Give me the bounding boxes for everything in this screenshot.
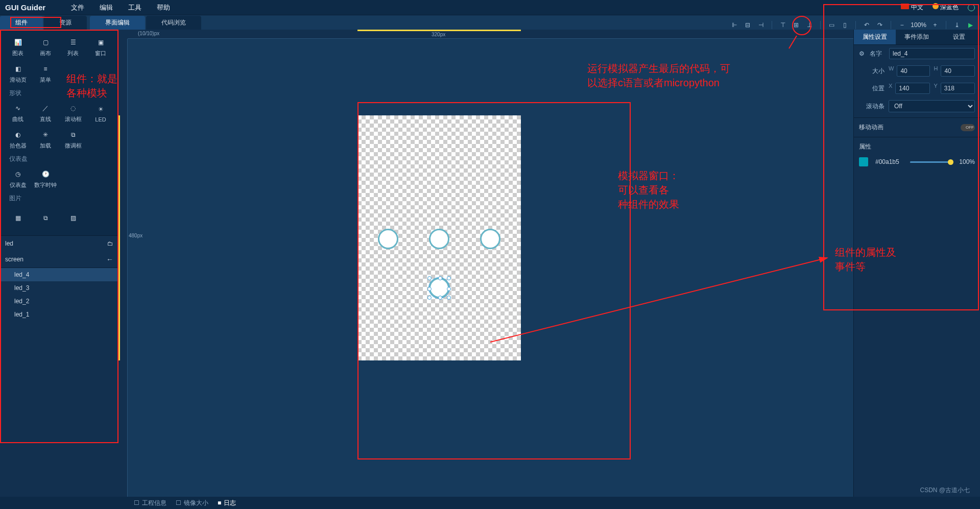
- ruler-coord: (10/10)px: [138, 31, 159, 36]
- prop-y-input[interactable]: [941, 83, 975, 94]
- tree-item-led2[interactable]: led_2: [0, 295, 118, 308]
- hierarchy-tree: led 🗀 screen ← led_4 led_3 led_2 led_1: [0, 235, 118, 497]
- widget-loading[interactable]: ✳加载: [32, 126, 59, 153]
- images-icon: ⧉: [40, 212, 51, 224]
- widget-led[interactable]: ☀LED: [87, 100, 114, 126]
- watermark: CSDN @古道小七: [920, 486, 970, 495]
- slidepage-icon: ◧: [12, 63, 23, 75]
- prop-width-input[interactable]: [897, 65, 929, 77]
- folder-icon: 🗀: [107, 240, 113, 247]
- spinbox-icon: ⧉: [67, 129, 79, 140]
- widget-image1[interactable]: ▦: [4, 205, 32, 231]
- globe-icon[interactable]: [968, 4, 975, 11]
- design-surface[interactable]: [357, 115, 521, 360]
- opacity-slider[interactable]: [910, 161, 951, 163]
- widget-image3[interactable]: ▨: [59, 205, 87, 231]
- window-icon: ▣: [95, 37, 106, 48]
- top-menubar: GUI Guider 文件 编辑 工具 帮助 中文 深蓝色: [0, 0, 980, 15]
- export-icon[interactable]: ⤓: [952, 20, 962, 30]
- status-log[interactable]: ■日志: [218, 499, 236, 507]
- tree-screen-row[interactable]: screen ←: [0, 251, 118, 268]
- canvas-icon: ▢: [40, 37, 51, 48]
- tab-codeview[interactable]: 代码浏览: [146, 16, 201, 30]
- widget-line[interactable]: ／直线: [32, 100, 59, 126]
- color-swatch[interactable]: [859, 157, 868, 166]
- distribute-v-icon[interactable]: ▯: [840, 20, 849, 30]
- status-project[interactable]: ☐工程信息: [134, 499, 166, 507]
- editor-toolbar: ⊩ ⊟ ⊣ ⊤ ⊞ ⊥ ▭ ▯ ↶ ↷ − 100% + ⤓ ▶: [730, 20, 980, 30]
- widget-list[interactable]: ☰列表: [59, 34, 87, 60]
- widget-palette: 📊图表 ▢画布 ☰列表 ▣窗口 ◧滑动页 ≡菜单 形状 ∿曲线 ／直线 ◌滚动框…: [0, 30, 118, 235]
- tab-component[interactable]: 组件: [0, 16, 43, 30]
- prop-scrollbar-select[interactable]: Off: [889, 100, 975, 112]
- widget-curve[interactable]: ∿曲线: [4, 100, 32, 126]
- curve-icon: ∿: [12, 103, 23, 114]
- prop-height-input[interactable]: [941, 65, 975, 77]
- property-tabs: 属性设置 事件添加 设置: [854, 30, 980, 45]
- widget-scroll[interactable]: ◌滚动框: [59, 100, 87, 126]
- section-shape: 形状: [4, 87, 114, 100]
- prop-name-input[interactable]: [889, 48, 975, 59]
- tree-item-led1[interactable]: led_1: [0, 308, 118, 321]
- widget-spinbox[interactable]: ⧉微调框: [59, 126, 87, 153]
- led-4-element-selected[interactable]: [429, 278, 449, 298]
- widget-window[interactable]: ▣窗口: [87, 34, 114, 60]
- align-center-v-icon[interactable]: ⊞: [792, 20, 801, 30]
- image-icon: ▦: [12, 212, 23, 224]
- picker-icon: ◐: [12, 129, 23, 140]
- align-center-h-icon[interactable]: ⊟: [743, 20, 752, 30]
- prop-size-label: 大小: [859, 67, 885, 76]
- distribute-h-icon[interactable]: ▭: [827, 20, 836, 30]
- tree-item-led3[interactable]: led_3: [0, 281, 118, 295]
- tab-settings[interactable]: 设置: [938, 30, 980, 44]
- widget-menu[interactable]: ≡菜单: [32, 60, 59, 87]
- widget-slidepage[interactable]: ◧滑动页: [4, 60, 32, 87]
- led-2-element[interactable]: [429, 229, 449, 249]
- widget-chart[interactable]: 📊图表: [4, 34, 32, 60]
- tab-resource[interactable]: 资源: [44, 16, 87, 30]
- tree-screen-label: screen: [5, 256, 23, 263]
- align-right-icon[interactable]: ⊣: [756, 20, 766, 30]
- zoom-in-icon[interactable]: +: [930, 20, 940, 30]
- menu-file[interactable]: 文件: [71, 3, 84, 12]
- widget-canvas[interactable]: ▢画布: [32, 34, 59, 60]
- sub-tab-bar: 组件 资源 界面编辑 代码浏览 ⊩ ⊟ ⊣ ⊤ ⊞ ⊥ ▭ ▯ ↶ ↷ − 10…: [0, 15, 980, 30]
- lang-selector[interactable]: 中文: [901, 3, 923, 12]
- tree-item-led4[interactable]: led_4: [0, 268, 118, 281]
- tab-attributes[interactable]: 属性设置: [854, 30, 896, 44]
- line-icon: ／: [40, 103, 51, 114]
- tab-editor[interactable]: 界面编辑: [90, 16, 145, 30]
- zoom-level[interactable]: 100%: [911, 21, 926, 29]
- prop-x-input[interactable]: [895, 83, 929, 94]
- led-icon: ☀: [95, 104, 106, 115]
- widget-image2[interactable]: ⧉: [32, 205, 59, 231]
- led-3-element[interactable]: [480, 229, 500, 249]
- status-imgsize[interactable]: ☐镜像大小: [176, 499, 208, 507]
- zoom-out-icon[interactable]: −: [897, 20, 906, 30]
- widget-colorpicker[interactable]: ◐拾色器: [4, 126, 32, 153]
- animation-toggle[interactable]: OFF: [961, 124, 975, 131]
- widget-gauge[interactable]: ◷仪表盘: [4, 165, 32, 192]
- run-simulator-button[interactable]: ▶: [966, 20, 975, 30]
- section-gauge: 仪表盘: [4, 153, 114, 165]
- align-bottom-icon[interactable]: ⊥: [805, 20, 814, 30]
- app-title: GUI Guider: [5, 3, 45, 12]
- tree-folder[interactable]: led 🗀: [0, 236, 118, 251]
- theme-selector[interactable]: 深蓝色: [933, 3, 959, 12]
- led-1-element[interactable]: [378, 229, 398, 249]
- clock-icon: 🕐: [40, 168, 51, 180]
- menu-tool[interactable]: 工具: [128, 3, 141, 12]
- tree-folder-label: led: [5, 240, 13, 247]
- canvas-viewport[interactable]: [128, 39, 853, 497]
- opacity-value: 100%: [959, 158, 975, 165]
- menu-help[interactable]: 帮助: [157, 3, 170, 12]
- menu-edit[interactable]: 编辑: [100, 3, 113, 12]
- loading-icon: ✳: [40, 129, 51, 140]
- widget-digitalclock[interactable]: 🕐数字时钟: [32, 165, 59, 192]
- tab-events[interactable]: 事件添加: [896, 30, 938, 44]
- redo-icon[interactable]: ↷: [875, 20, 885, 30]
- undo-icon[interactable]: ↶: [862, 20, 871, 30]
- align-top-icon[interactable]: ⊤: [778, 20, 787, 30]
- align-left-icon[interactable]: ⊩: [730, 20, 739, 30]
- back-arrow-icon[interactable]: ←: [106, 255, 113, 263]
